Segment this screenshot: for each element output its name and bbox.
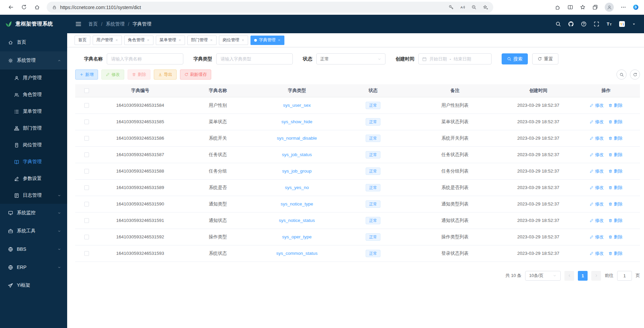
sidebar-item-log-management[interactable]: 日志管理 [0,187,67,204]
row-edit-link[interactable]: 修改 [590,168,604,174]
edit-button[interactable]: 修改 [101,69,124,80]
row-checkbox[interactable] [84,202,89,206]
zoom-out-icon[interactable] [471,5,476,10]
page-size-select[interactable]: 10条/页 [525,271,561,281]
reset-button[interactable]: 重置 [532,53,558,64]
sidebar-toggle-icon[interactable] [75,21,82,27]
prev-page-button[interactable] [564,271,574,281]
browser-home-button[interactable] [31,1,43,13]
status-select[interactable]: 正常 [316,53,385,64]
tab-close-icon[interactable] [241,39,244,42]
read-aloud-icon[interactable]: A [460,5,465,10]
row-checkbox[interactable] [84,185,89,190]
sidebar-item-dict-management[interactable]: 字典管理 [0,153,67,170]
refresh-cache-button[interactable]: 刷新缓存 [180,69,211,80]
sidebar-item-role-management[interactable]: 角色管理 [0,86,67,103]
tab-home[interactable]: 首页 [75,36,90,45]
font-size-icon[interactable]: TT [606,21,612,27]
fullscreen-icon[interactable] [594,21,599,27]
row-checkbox[interactable] [84,136,89,141]
row-checkbox[interactable] [84,103,89,108]
address-bar[interactable]: https://ccnetcore.com:1101/system/dict A [47,2,493,13]
split-screen-icon[interactable] [567,4,573,10]
tab-menu[interactable]: 菜单管理 [156,36,185,45]
sidebar-item-menu-management[interactable]: 菜单管理 [0,103,67,120]
export-button[interactable]: 导出 [154,69,177,80]
row-delete-link[interactable]: 删除 [608,234,623,240]
row-delete-link[interactable]: 删除 [608,119,623,125]
tab-close-icon[interactable] [147,39,150,42]
sidebar-item-yi-framework[interactable]: Yi框架 [0,276,67,294]
user-avatar[interactable]: Yi [619,21,625,27]
favorites-icon[interactable] [580,4,586,10]
tab-user[interactable]: 用户管理 [93,36,122,45]
dict-type-link[interactable]: sys_oper_type [282,234,312,239]
row-delete-link[interactable]: 删除 [608,135,623,141]
bing-discover-icon[interactable]: b [633,4,639,10]
row-delete-link[interactable]: 删除 [608,152,623,158]
add-button[interactable]: 新增 [75,69,98,80]
dict-name-input[interactable] [107,53,183,64]
sidebar-item-system-monitor[interactable]: 系统监控 [0,204,67,222]
dict-type-link[interactable]: sys_notice_type [281,201,313,206]
row-checkbox[interactable] [84,235,89,239]
help-icon[interactable] [581,21,587,27]
dict-type-link[interactable]: sys_job_group [282,169,312,174]
dict-type-link[interactable]: sys_common_status [276,251,318,256]
sidebar-item-user-management[interactable]: 用户管理 [0,69,67,86]
tab-close-icon[interactable] [278,39,281,42]
row-checkbox[interactable] [84,169,89,174]
date-range-picker[interactable]: 开始日期 - 结束日期 [418,53,492,64]
row-edit-link[interactable]: 修改 [590,218,604,224]
next-page-button[interactable] [591,271,601,281]
browser-more-icon[interactable] [620,4,626,10]
tab-close-icon[interactable] [178,39,181,42]
dict-type-link[interactable]: sys_show_hide [281,119,312,124]
row-edit-link[interactable]: 修改 [590,102,604,108]
sidebar-item-param-settings[interactable]: 参数设置 [0,170,67,187]
row-edit-link[interactable]: 修改 [590,250,604,256]
dict-type-link[interactable]: sys_normal_disable [277,136,317,141]
current-page-number[interactable]: 1 [578,271,588,281]
browser-profile-avatar[interactable] [605,3,614,12]
sidebar-item-system-management[interactable]: 系统管理 [0,51,67,69]
dict-type-link[interactable]: sys_yes_no [285,185,309,190]
tab-close-icon[interactable] [115,39,118,42]
row-delete-link[interactable]: 删除 [608,250,623,256]
row-checkbox[interactable] [84,120,89,124]
sidebar-item-bbs[interactable]: BBS [0,240,67,258]
goto-page-input[interactable] [617,271,632,281]
navbar-search-icon[interactable] [555,21,561,27]
row-delete-link[interactable]: 删除 [608,102,623,108]
row-edit-link[interactable]: 修改 [590,185,604,191]
sidebar-item-post-management[interactable]: 岗位管理 [0,137,67,153]
tab-post[interactable]: 岗位管理 [219,36,248,45]
delete-button[interactable]: 删除 [128,69,150,80]
row-checkbox[interactable] [84,218,89,223]
dict-type-link[interactable]: sys_user_sex [283,103,311,108]
toggle-search-button[interactable] [616,69,627,80]
collections-icon[interactable] [592,4,598,10]
browser-refresh-button[interactable] [18,1,30,13]
extensions-icon[interactable] [555,4,561,10]
row-edit-link[interactable]: 修改 [590,119,604,125]
password-manager-icon[interactable] [449,5,454,10]
tab-role[interactable]: 角色管理 [124,36,153,45]
browser-back-button[interactable] [5,1,17,13]
row-edit-link[interactable]: 修改 [590,152,604,158]
tab-close-icon[interactable] [210,39,213,42]
github-icon[interactable] [568,21,574,27]
refresh-table-button[interactable] [630,69,640,80]
sidebar-item-dept-management[interactable]: 部门管理 [0,120,67,137]
user-menu-caret-icon[interactable] [632,22,636,26]
dict-type-input[interactable] [216,53,293,64]
tab-dept[interactable]: 部门管理 [187,36,217,45]
row-delete-link[interactable]: 删除 [608,168,623,174]
row-edit-link[interactable]: 修改 [590,201,604,207]
breadcrumb-home[interactable]: 首页 [88,21,98,27]
select-all-checkbox[interactable] [84,88,89,93]
row-edit-link[interactable]: 修改 [590,234,604,240]
row-checkbox[interactable] [84,152,89,157]
row-delete-link[interactable]: 删除 [608,201,623,207]
sidebar-item-home[interactable]: 首页 [0,33,67,51]
